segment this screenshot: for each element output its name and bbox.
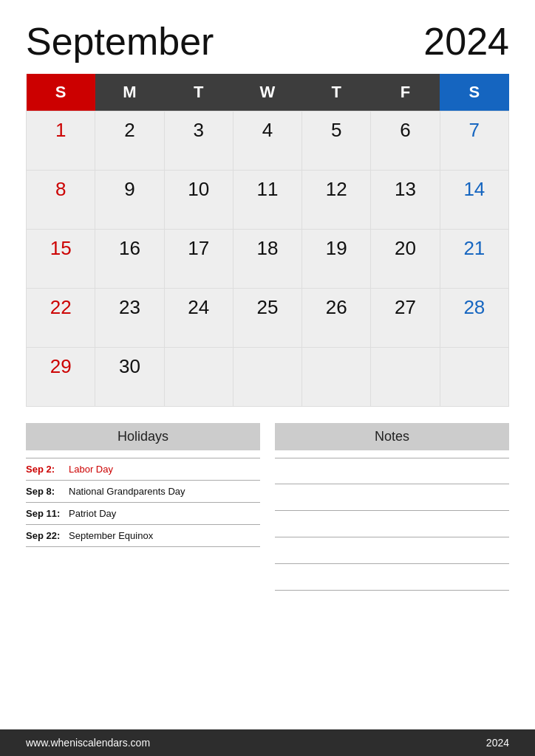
header-wednesday: W	[233, 74, 301, 111]
calendar-week-0: 1234567	[27, 111, 509, 171]
notes-header: Notes	[275, 423, 509, 450]
month-title: September	[26, 22, 214, 61]
holiday-item: Sep 2:Labor Day	[26, 458, 260, 481]
calendar-day	[371, 348, 440, 407]
calendar-day: 5	[302, 111, 371, 171]
year-title: 2024	[423, 22, 509, 61]
calendar-day: 30	[95, 348, 164, 407]
holiday-item: Sep 8:National Grandparents Day	[26, 481, 260, 503]
calendar-day: 8	[27, 171, 95, 230]
calendar-day	[164, 348, 233, 407]
note-line[interactable]	[275, 511, 509, 537]
holiday-name: National Grandparents Day	[69, 486, 185, 497]
header-tuesday: T	[164, 74, 233, 111]
calendar-day: 19	[302, 230, 371, 289]
calendar-week-1: 891011121314	[27, 171, 509, 230]
calendar-day: 9	[95, 171, 164, 230]
calendar-day: 22	[27, 289, 95, 348]
holidays-header: Holidays	[26, 423, 260, 450]
note-line[interactable]	[275, 564, 509, 591]
notes-lines	[275, 458, 509, 591]
note-line[interactable]	[275, 484, 509, 511]
calendar-week-3: 22232425262728	[27, 289, 509, 348]
calendar-day: 17	[164, 230, 233, 289]
calendar-day	[233, 348, 301, 407]
footer: www.wheniscalendars.com 2024	[0, 729, 535, 756]
calendar-grid: S M T W T F S 12345678910111213141516171…	[26, 74, 509, 407]
calendar-day: 4	[233, 111, 301, 171]
footer-url: www.wheniscalendars.com	[26, 737, 150, 749]
holiday-date: Sep 8:	[26, 486, 69, 497]
calendar-day: 25	[233, 289, 301, 348]
calendar-day: 23	[95, 289, 164, 348]
calendar-week-4: 2930	[27, 348, 509, 407]
calendar-day: 2	[95, 111, 164, 171]
calendar-day: 16	[95, 230, 164, 289]
calendar-week-2: 15161718192021	[27, 230, 509, 289]
holiday-name: September Equinox	[69, 530, 153, 541]
calendar-day: 18	[233, 230, 301, 289]
holidays-box: Holidays Sep 2:Labor DaySep 8:National G…	[26, 423, 260, 729]
holiday-list: Sep 2:Labor DaySep 8:National Grandparen…	[26, 458, 260, 547]
calendar-day: 29	[27, 348, 95, 407]
calendar-day: 15	[27, 230, 95, 289]
holiday-item: Sep 11:Patriot Day	[26, 503, 260, 525]
calendar-day: 20	[371, 230, 440, 289]
holiday-name: Labor Day	[69, 464, 113, 475]
calendar-day: 26	[302, 289, 371, 348]
holiday-date: Sep 2:	[26, 464, 69, 475]
header: September 2024	[26, 22, 509, 61]
header-friday: F	[371, 74, 440, 111]
calendar-day: 13	[371, 171, 440, 230]
calendar-day: 12	[302, 171, 371, 230]
header-thursday: T	[302, 74, 371, 111]
calendar-day: 7	[440, 111, 508, 171]
calendar-day: 1	[27, 111, 95, 171]
calendar-day	[302, 348, 371, 407]
calendar-day: 28	[440, 289, 508, 348]
holiday-item: Sep 22:September Equinox	[26, 525, 260, 547]
calendar-header-row: S M T W T F S	[27, 74, 509, 111]
calendar-day: 27	[371, 289, 440, 348]
calendar-day: 10	[164, 171, 233, 230]
note-line[interactable]	[275, 458, 509, 484]
calendar-day: 24	[164, 289, 233, 348]
calendar-day: 11	[233, 171, 301, 230]
calendar-day: 6	[371, 111, 440, 171]
notes-box: Notes	[275, 423, 509, 729]
calendar-day: 14	[440, 171, 508, 230]
holiday-date: Sep 22:	[26, 530, 69, 541]
calendar-page: September 2024 S M T W T F S 12345678910…	[0, 0, 535, 756]
header-sunday: S	[27, 74, 95, 111]
footer-year: 2024	[486, 737, 509, 749]
holiday-name: Patriot Day	[69, 508, 116, 519]
bottom-section: Holidays Sep 2:Labor DaySep 8:National G…	[26, 423, 509, 729]
holiday-date: Sep 11:	[26, 508, 69, 519]
note-line[interactable]	[275, 537, 509, 564]
calendar-day: 3	[164, 111, 233, 171]
calendar-day: 21	[440, 230, 508, 289]
header-saturday: S	[440, 74, 508, 111]
header-monday: M	[95, 74, 164, 111]
calendar-day	[440, 348, 508, 407]
